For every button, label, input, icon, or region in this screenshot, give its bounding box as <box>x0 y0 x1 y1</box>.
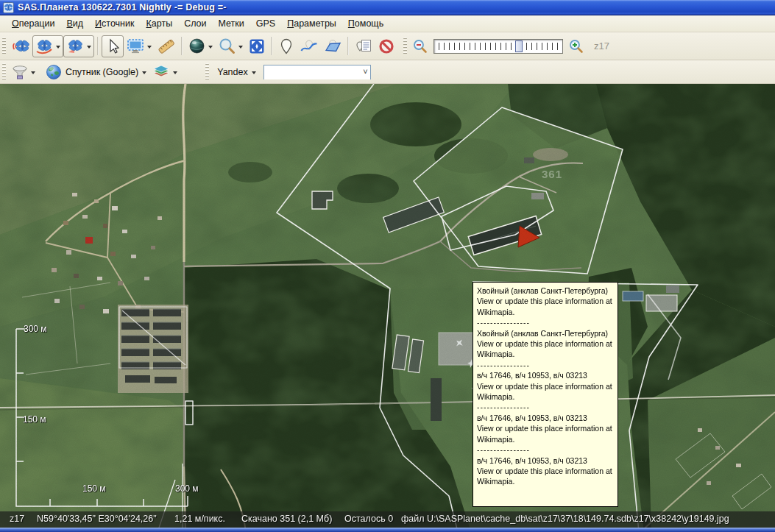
window-bottom-border <box>0 528 775 532</box>
dropdown-arrow-icon[interactable] <box>87 46 91 51</box>
toolbar-separator <box>181 37 183 55</box>
tooltip-separator: ---------------- <box>477 317 614 327</box>
tooltip-place-title: в/ч 17646, в/ч 10953, в/ч 03213 <box>477 413 614 423</box>
status-tile-file: файл U:\SASPlanet\cache_db\sat\z17\37\18… <box>401 514 729 524</box>
menu-bar: Операции Вид Источник Карты Слои Метки G… <box>0 15 775 32</box>
dropdown-arrow-icon[interactable] <box>173 71 177 77</box>
zoom-in-button[interactable] <box>566 37 587 56</box>
fullscreen-button[interactable] <box>246 35 268 57</box>
tooltip-place-body: View or update this place information at… <box>477 423 614 444</box>
zoom-out-icon <box>412 38 428 54</box>
cache-storage-icon <box>11 63 29 81</box>
toolbar-grip[interactable] <box>2 38 6 55</box>
zoom-in-icon <box>568 38 584 54</box>
fullscreen-icon <box>248 38 266 55</box>
dark-globe-icon <box>188 37 206 55</box>
tooltip-place-body: View or update this place information at… <box>477 296 614 317</box>
menu-gps[interactable]: GPS <box>250 17 281 30</box>
search-combobox[interactable]: ˅ <box>263 65 371 79</box>
layers-icon <box>152 63 171 81</box>
menu-source[interactable]: Источник <box>89 17 140 30</box>
dropdown-arrow-icon[interactable] <box>31 71 35 77</box>
zoom-slider[interactable] <box>433 39 563 54</box>
status-zoom: z17 <box>10 514 24 524</box>
placemark-manager-button[interactable] <box>352 35 375 57</box>
zoom-slider-ticks <box>439 43 558 50</box>
polygon-icon <box>323 38 342 55</box>
fly-signal-icon <box>11 37 30 56</box>
toolbar-separator <box>271 37 272 55</box>
zoom-out-button[interactable] <box>410 37 431 56</box>
cache-mode-button[interactable] <box>9 63 38 82</box>
screen-selection-icon <box>126 38 145 55</box>
magnifier-icon <box>218 37 236 55</box>
status-coordinates: N59°40'33,45" E30°04'24,26" <box>37 514 157 524</box>
status-bar: z17 N59°40'33,45" E30°04'24,26" 1,21 м/п… <box>0 511 775 528</box>
toolbar-separator <box>97 37 99 55</box>
scale-label: 150 м <box>82 483 106 494</box>
goto-position-button[interactable] <box>9 35 32 57</box>
toolbar-grip[interactable] <box>205 63 209 81</box>
menu-settings[interactable]: Параметры <box>281 17 342 30</box>
dropdown-arrow-icon[interactable] <box>147 46 152 51</box>
fly-route-icon <box>35 37 54 56</box>
ruler-icon <box>157 37 176 56</box>
status-scale: 1,21 м/пикс. <box>174 514 225 524</box>
pan-mode-button[interactable] <box>102 35 124 57</box>
scale-label: 300 м <box>24 324 47 334</box>
menu-view[interactable]: Вид <box>60 17 89 30</box>
menu-maps[interactable]: Карты <box>140 17 178 30</box>
main-toolbar: z17 <box>0 32 775 60</box>
toolbar-grip[interactable] <box>403 38 407 55</box>
zoom-slider-thumb[interactable] <box>515 40 523 52</box>
status-downloaded: Скачано 351 (2,1 Мб) <box>241 514 332 524</box>
toolbar-grip[interactable] <box>2 63 6 81</box>
dropdown-arrow-icon[interactable] <box>252 71 256 77</box>
layers-button[interactable] <box>149 63 180 82</box>
title-bar[interactable]: SAS.Планета 130622.7301 Nightly -= Debug… <box>0 0 775 15</box>
dropdown-arrow-icon[interactable] <box>238 46 243 51</box>
dropdown-arrow-icon[interactable] <box>208 46 213 51</box>
delete-selection-button[interactable] <box>63 35 94 57</box>
fly-triangle-icon <box>66 37 85 56</box>
add-placemark-button[interactable] <box>275 35 297 57</box>
goto-search-button[interactable] <box>185 35 216 57</box>
search-provider-label: Yandex <box>217 67 247 77</box>
scale-label: 150 м <box>23 414 46 425</box>
map-viewport[interactable]: 300 м 150 м 150 м 300 м 361 Хвойный (анк… <box>0 84 775 532</box>
chevron-down-icon[interactable]: ˅ <box>363 67 367 76</box>
map-type-button[interactable]: Спутник (Google) <box>43 61 149 83</box>
map-type-label: Спутник (Google) <box>66 67 138 77</box>
satellite-map <box>0 84 775 532</box>
status-remaining: Осталось 0 <box>344 514 393 524</box>
menu-help[interactable]: Помощь <box>342 17 389 30</box>
scale-label: 300 м <box>175 483 199 494</box>
download-selection-button[interactable] <box>32 35 63 57</box>
search-button[interactable] <box>216 35 246 57</box>
hide-marks-button[interactable] <box>375 35 397 57</box>
tooltip-place-title: в/ч 17646, в/ч 10953, в/ч 03213 <box>477 370 614 380</box>
toolbar-separator <box>347 37 349 55</box>
tooltip-separator: ---------------- <box>477 444 614 455</box>
tooltip-place-title: Хвойный (анклав Санкт-Петербурга) <box>477 285 614 296</box>
search-input[interactable] <box>264 66 370 79</box>
dropdown-arrow-icon[interactable] <box>56 46 60 51</box>
placemark-list-icon <box>354 38 373 55</box>
menu-marks[interactable]: Метки <box>213 17 250 30</box>
add-polygon-button[interactable] <box>321 35 344 57</box>
menu-layers[interactable]: Слои <box>178 17 212 30</box>
menu-operations[interactable]: Операции <box>6 17 60 30</box>
measure-distance-button[interactable] <box>155 35 178 57</box>
add-path-button[interactable] <box>297 35 321 57</box>
tooltip-separator: ---------------- <box>477 402 614 412</box>
rect-selection-button[interactable] <box>124 35 155 57</box>
search-provider-button[interactable]: Yandex <box>212 63 258 82</box>
tooltip-place-title: Хвойный (анклав Санкт-Петербурга) <box>477 328 614 338</box>
tooltip-separator: ---------------- <box>477 360 614 370</box>
window-title: SAS.Планета 130622.7301 Nightly -= Debug… <box>18 2 227 13</box>
app-window: SAS.Планета 130622.7301 Nightly -= Debug… <box>0 0 775 532</box>
no-entry-icon <box>378 38 395 55</box>
dropdown-arrow-icon[interactable] <box>142 71 146 77</box>
tooltip-place-title: в/ч 17646, в/ч 10953, в/ч 03213 <box>477 455 614 466</box>
zoom-level-label: z17 <box>594 40 609 52</box>
